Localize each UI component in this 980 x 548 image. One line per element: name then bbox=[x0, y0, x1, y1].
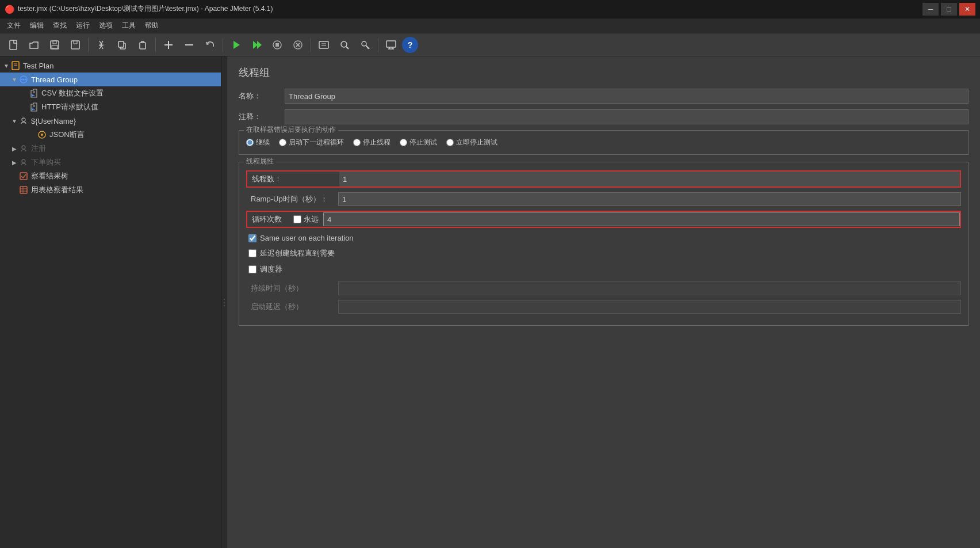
ramp-up-input[interactable] bbox=[338, 192, 961, 206]
thread-count-input[interactable] bbox=[339, 172, 960, 187]
tree-item-http-default[interactable]: HTTP请求默认值 bbox=[0, 100, 221, 114]
toolbar-remote[interactable] bbox=[381, 36, 401, 54]
tree-item-register[interactable]: ▶ 注册 bbox=[0, 142, 221, 155]
forever-checkbox[interactable] bbox=[293, 215, 301, 223]
radio-next-loop[interactable]: 启动下一进程循环 bbox=[279, 138, 344, 147]
svg-point-44 bbox=[41, 134, 43, 136]
close-button[interactable]: ✕ bbox=[959, 3, 975, 16]
menu-run[interactable]: 运行 bbox=[71, 20, 94, 32]
buy-icon bbox=[18, 157, 29, 168]
thread-count-row: 线程数： bbox=[246, 170, 961, 188]
comment-input[interactable] bbox=[285, 109, 968, 124]
paste-icon bbox=[137, 39, 148, 51]
sep3 bbox=[223, 38, 223, 52]
scheduler-label: 调度器 bbox=[260, 264, 282, 275]
delay-thread-row: 延迟创建线程直到需要 bbox=[246, 247, 961, 260]
sep1 bbox=[88, 38, 89, 52]
svg-marker-12 bbox=[253, 41, 258, 49]
json-icon bbox=[37, 130, 47, 140]
test-plan-label: Test Plan bbox=[23, 62, 53, 70]
tree-item-thread-group[interactable]: ▼ Thread Group bbox=[0, 73, 221, 86]
restore-button[interactable]: □ bbox=[941, 3, 957, 16]
loop-count-row: 循环次数 永远 bbox=[246, 211, 961, 228]
copy-icon bbox=[116, 39, 128, 51]
content-panel: 线程组 名称： 注释： 在取样器错误后要执行的动作 继续 启动下一进程循环 bbox=[227, 56, 980, 548]
radio-stop-test[interactable]: 停止测试 bbox=[400, 138, 437, 147]
toolbar-stop-now[interactable] bbox=[288, 36, 308, 54]
toolbar-open[interactable] bbox=[24, 36, 44, 54]
toolbar-new[interactable] bbox=[3, 36, 23, 54]
divider-handle[interactable]: ⋮ bbox=[221, 56, 227, 548]
scheduler-checkbox[interactable] bbox=[248, 265, 257, 273]
undo-icon bbox=[204, 39, 216, 51]
stop-now-icon bbox=[292, 39, 304, 51]
tree-item-csv[interactable]: CSV 数据文件设置 bbox=[0, 86, 221, 100]
toolbar-remove[interactable] bbox=[179, 36, 199, 54]
radio-next-loop-label: 启动下一进程循环 bbox=[289, 138, 344, 147]
clear-all-icon bbox=[317, 39, 330, 51]
same-user-checkbox[interactable] bbox=[248, 234, 257, 242]
name-input[interactable] bbox=[285, 89, 968, 104]
name-label: 名称： bbox=[239, 91, 285, 101]
tree-item-result-table[interactable]: 用表格察看结果 bbox=[0, 183, 221, 197]
comment-row: 注释： bbox=[239, 109, 968, 124]
svg-rect-3 bbox=[52, 45, 58, 48]
toolbar-cut[interactable] bbox=[91, 36, 111, 54]
svg-rect-15 bbox=[275, 43, 279, 47]
tree-item-json-assert[interactable]: JSON断言 bbox=[0, 128, 221, 142]
tree-item-buy[interactable]: ▶ 下单购买 bbox=[0, 155, 221, 169]
menu-options[interactable]: 选项 bbox=[94, 20, 117, 32]
csv-label: CSV 数据文件设置 bbox=[41, 88, 104, 98]
menu-edit[interactable]: 编辑 bbox=[25, 20, 48, 32]
svg-rect-7 bbox=[140, 43, 146, 49]
menu-tools[interactable]: 工具 bbox=[117, 20, 140, 32]
toolbar-save[interactable] bbox=[45, 36, 64, 54]
toolbar-copy[interactable] bbox=[112, 36, 132, 54]
svg-rect-6 bbox=[118, 41, 124, 47]
toolbar-stop[interactable] bbox=[267, 36, 287, 54]
toolbar-paste[interactable] bbox=[133, 36, 152, 54]
loop-count-label: 循环次数 bbox=[247, 212, 293, 227]
http-default-label: HTTP请求默认值 bbox=[41, 102, 98, 112]
window-controls: ─ □ ✕ bbox=[922, 3, 975, 16]
svg-point-46 bbox=[22, 159, 25, 163]
duration-label: 持续时间（秒） bbox=[246, 282, 338, 295]
toolbar-run[interactable] bbox=[226, 36, 246, 54]
section-title: 线程组 bbox=[239, 66, 968, 79]
menu-search[interactable]: 查找 bbox=[48, 20, 71, 32]
sep2 bbox=[155, 38, 156, 52]
toolbar-saveas[interactable] bbox=[66, 36, 85, 54]
startup-delay-input[interactable] bbox=[338, 300, 961, 314]
toolbar-clear-all[interactable] bbox=[314, 36, 334, 54]
toolbar: ? bbox=[0, 33, 980, 56]
toolbar-magnify[interactable] bbox=[335, 36, 354, 54]
toolbar-help[interactable]: ? bbox=[402, 37, 418, 53]
result-tree-icon bbox=[18, 171, 29, 181]
register-label: 注册 bbox=[31, 143, 46, 154]
forever-checkbox-area[interactable]: 永远 bbox=[293, 214, 319, 224]
menu-file[interactable]: 文件 bbox=[2, 20, 25, 32]
loop-count-input[interactable] bbox=[323, 212, 960, 226]
result-table-icon bbox=[18, 185, 29, 195]
toolbar-key[interactable] bbox=[355, 36, 375, 54]
toolbar-add[interactable] bbox=[159, 36, 178, 54]
radio-stop-thread[interactable]: 停止线程 bbox=[353, 138, 391, 147]
svg-rect-19 bbox=[319, 41, 328, 48]
delay-thread-checkbox[interactable] bbox=[248, 249, 257, 257]
radio-stop-test-label: 停止测试 bbox=[409, 138, 437, 147]
menu-help[interactable]: 帮助 bbox=[140, 20, 163, 32]
minimize-button[interactable]: ─ bbox=[922, 3, 939, 16]
radio-stop-now[interactable]: 立即停止测试 bbox=[446, 138, 497, 147]
tree-item-result-tree[interactable]: 察看结果树 bbox=[0, 169, 221, 183]
test-plan-icon bbox=[10, 60, 21, 71]
save-icon bbox=[49, 39, 60, 51]
tree-item-test-plan[interactable]: ▼ Test Plan bbox=[0, 59, 221, 73]
svg-point-35 bbox=[21, 79, 23, 81]
tree-item-username[interactable]: ▼ ${UserName} bbox=[0, 114, 221, 128]
duration-input[interactable] bbox=[338, 281, 961, 295]
toolbar-run-no-pause[interactable] bbox=[247, 36, 266, 54]
app-icon: 🔴 bbox=[5, 5, 14, 14]
radio-continue[interactable]: 继续 bbox=[246, 138, 270, 147]
svg-line-23 bbox=[346, 47, 349, 49]
toolbar-undo[interactable] bbox=[200, 36, 220, 54]
